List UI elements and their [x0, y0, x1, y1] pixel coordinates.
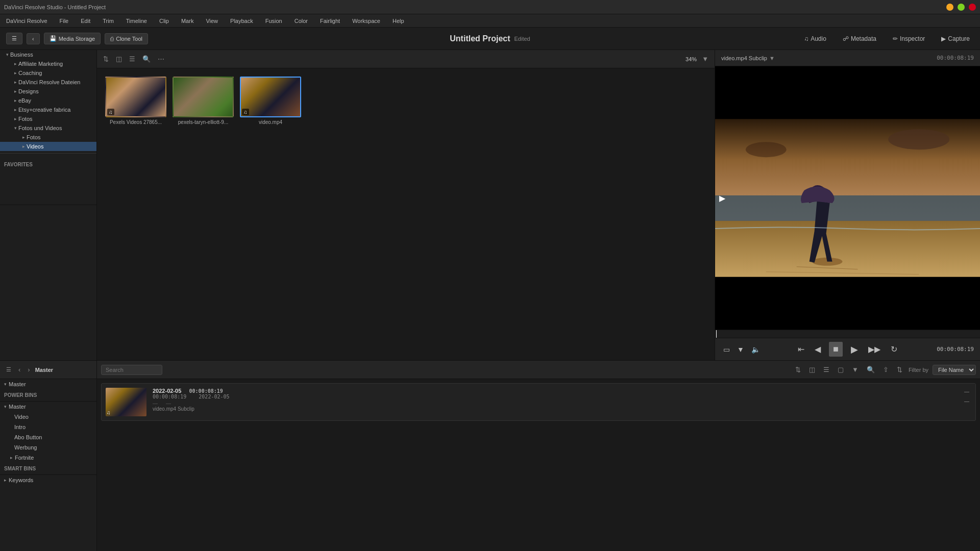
menu-color[interactable]: Color [292, 17, 310, 25]
tree-item-fotos-und-videos[interactable]: ▾ Fotos und Videos [0, 123, 96, 133]
tree-item-business[interactable]: ▾ Business [0, 50, 96, 59]
grid-view-button[interactable]: ◫ [114, 54, 124, 64]
master-bin-title: Master [35, 367, 53, 373]
bottom-view-dropdown[interactable]: ▼ [850, 365, 861, 374]
bin-nav-fwd[interactable]: › [26, 365, 32, 374]
capture-button[interactable]: ▶ Capture [937, 33, 974, 44]
minimize-button[interactable] [946, 4, 953, 11]
prev-frame-button[interactable]: ◀ [813, 342, 823, 356]
bottom-list-btn[interactable]: ☰ [821, 365, 831, 374]
menu-view[interactable]: View [204, 17, 220, 25]
close-button[interactable] [969, 4, 976, 11]
tree-item-ebay[interactable]: ▸ eBay [0, 96, 96, 105]
metadata-button[interactable]: ☍ Metadata [839, 33, 880, 44]
tree-item-designs[interactable]: ▸ Designs [0, 87, 96, 96]
loop-button[interactable]: ↻ [889, 342, 899, 356]
preview-left-controls: ▭ ▼ 🔈 [721, 343, 762, 356]
panel-toggle-button[interactable]: ☰ [6, 33, 22, 44]
next-frame-button[interactable]: ▶▶ [866, 342, 883, 356]
zoom-dropdown-button[interactable]: ▼ [700, 54, 710, 64]
bottom-master-item[interactable]: ▾ Master [0, 379, 96, 389]
music-icon-3: ♫ [242, 109, 249, 115]
tree-item-fotos-sub[interactable]: ▸ Fotos [0, 133, 96, 142]
nav-back-button[interactable]: ‹ [27, 33, 40, 44]
inspector-button[interactable]: ✏ Inspector [889, 33, 929, 44]
fortnite-arrow: ▸ [10, 455, 13, 460]
favorites-title: Favorites [4, 160, 92, 169]
clip-list-item-master[interactable]: ♫ 2022-02-05 00:00:08:19 00:00:08:19 202… [101, 383, 976, 421]
play-button[interactable]: ▶ [849, 342, 860, 357]
clip-music-badge: ♫ [107, 410, 111, 415]
keywords-label: Keywords [9, 477, 33, 483]
tree-item-videos-sub[interactable]: ▸ Videos [0, 142, 96, 151]
zoom-label: 34% [685, 56, 697, 62]
inspector-label: Inspector [900, 35, 925, 42]
monitor-view-button[interactable]: ▭ [721, 343, 732, 356]
bin-item-werbung[interactable]: Werbung [0, 442, 96, 453]
metadata-icon: ☍ [843, 35, 849, 42]
bottom-search-btn[interactable]: 🔍 [865, 365, 877, 374]
svg-point-1 [888, 129, 949, 149]
menu-workspace[interactable]: Workspace [350, 17, 382, 25]
menu-playback[interactable]: Playback [228, 17, 255, 25]
subclip-dropdown-icon[interactable]: ▼ [769, 55, 775, 61]
clip-meta-row: — — [153, 400, 956, 406]
audio-button[interactable]: ♫ Audio [800, 33, 830, 44]
menu-clip[interactable]: Clip [157, 17, 171, 25]
clip-action-1[interactable]: — [962, 388, 971, 395]
power-bins-master-item[interactable]: ▾ Master [0, 402, 96, 412]
tree-item-davinci-dateien[interactable]: ▸ DaVinci Resolve Dateien [0, 78, 96, 87]
bottom-view-btn[interactable]: ▢ [836, 365, 846, 374]
menubar: DaVinci Resolve File Edit Trim Timeline … [0, 14, 980, 28]
clone-icon: ⎙ [110, 36, 114, 42]
smart-bins-keywords-item[interactable]: ▸ Keywords [0, 475, 96, 485]
bottom-sort-btn[interactable]: ⇅ [793, 365, 803, 374]
more-options-button[interactable]: ⋯ [156, 54, 166, 64]
search-button[interactable]: 🔍 [140, 54, 153, 64]
tree-item-affiliate-marketing[interactable]: ▸ Affiliate Marketing [0, 59, 96, 68]
menu-timeline[interactable]: Timeline [124, 17, 149, 25]
bin-nav-back[interactable]: ‹ [16, 365, 22, 374]
menu-mark[interactable]: Mark [179, 17, 195, 25]
menu-davinci[interactable]: DaVinci Resolve [4, 17, 50, 25]
menu-fairlight[interactable]: Fairlight [318, 17, 342, 25]
menu-help[interactable]: Help [390, 17, 406, 25]
bottom-more-btn[interactable]: ⇅ [895, 365, 904, 374]
menu-edit[interactable]: Edit [79, 17, 92, 25]
clip-action-2[interactable]: — [962, 397, 971, 405]
volume-button[interactable]: 🔈 [749, 343, 762, 356]
center-title: Untitled Project Edited [450, 34, 530, 43]
tree-item-coaching[interactable]: ▸ Coaching [0, 68, 96, 78]
clip-label-beach: Pexels Videos 27865... [110, 119, 162, 125]
skip-to-start-button[interactable]: ⇤ [796, 342, 806, 356]
clip-item-beach[interactable]: ♫ Pexels Videos 27865... [105, 77, 166, 125]
clone-tool-button[interactable]: ⎙ Clone Tool [105, 33, 148, 44]
clip-item-walk[interactable]: ♫ video.mp4 [240, 77, 301, 125]
clip-item-forest[interactable]: pexels-taryn-elliott-9... [173, 77, 234, 125]
preview-timeline[interactable] [715, 330, 980, 338]
bottom-up-btn[interactable]: ⇧ [881, 365, 891, 374]
search-input[interactable] [101, 365, 162, 375]
clip-list-info: 2022-02-05 00:00:08:19 00:00:08:19 2022-… [153, 388, 956, 412]
right-tools: ♫ Audio ☍ Metadata ✏ Inspector ▶ Capture [800, 33, 974, 44]
bin-item-fortnite[interactable]: ▸ Fortnite [0, 453, 96, 463]
tree-item-etsy[interactable]: ▸ Etsy+creative fabrica [0, 105, 96, 114]
media-storage-button[interactable]: 💾 Media Storage [44, 33, 101, 44]
tree-item-fotos[interactable]: ▸ Fotos [0, 114, 96, 123]
menu-fusion[interactable]: Fusion [263, 17, 284, 25]
bottom-grid-btn[interactable]: ◫ [807, 365, 817, 374]
bin-panel-toggle[interactable]: ☰ [4, 365, 13, 374]
clip-label-walk: video.mp4 [259, 119, 282, 125]
sort-icon[interactable]: ⇅ [101, 54, 111, 64]
monitor-dropdown-button[interactable]: ▼ [735, 343, 746, 356]
list-view-button[interactable]: ☰ [127, 54, 137, 64]
menu-trim[interactable]: Trim [101, 17, 116, 25]
maximize-button[interactable] [958, 4, 965, 11]
preview-timecode: 00:00:08:19 [937, 55, 974, 61]
bin-item-video[interactable]: Video [0, 412, 96, 422]
bin-item-intro[interactable]: Intro [0, 422, 96, 432]
stop-button[interactable]: ■ [829, 342, 843, 357]
bin-item-abo-button[interactable]: Abo Button [0, 432, 96, 442]
filter-select[interactable]: File Name [933, 365, 976, 375]
menu-file[interactable]: File [58, 17, 71, 25]
